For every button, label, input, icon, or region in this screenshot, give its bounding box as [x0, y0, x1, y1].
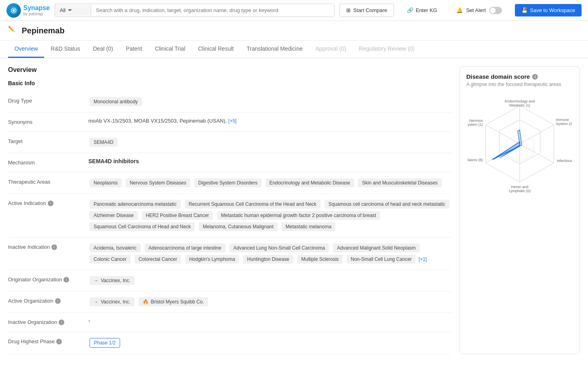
drug-phase-info-icon: i	[56, 339, 62, 344]
alert-toggle[interactable]	[489, 7, 502, 14]
tag-multiple-sclerosis: Multiple Sclerosis	[297, 255, 343, 264]
tab-regulatory[interactable]: Regulatory Review (0)	[353, 41, 421, 58]
active-org-row: Active Organization i → Vaccinex, Inc. 🔥…	[8, 291, 451, 313]
search-filter-dropdown[interactable]: All	[55, 5, 91, 16]
active-org-vaccinex-name: Vaccinex, Inc.	[101, 299, 131, 305]
inactive-indication-more[interactable]: [+1]	[419, 256, 427, 262]
workspace-icon: 💾	[521, 7, 528, 13]
synonyms-text: moAb VX-15/2503, MOAB VX15/2503, Pepinem…	[88, 118, 227, 124]
compare-button[interactable]: ⊞ Start Compare	[339, 4, 394, 17]
inactive-org-value: -	[88, 318, 451, 324]
disease-domain-card: Disease domain score i A glimpse into th…	[459, 66, 580, 354]
target-label: Target	[8, 137, 88, 144]
header: Synapse by patsnap All ⊞ Start Compare 🔗…	[0, 0, 588, 21]
target-row: Target SEMA4D	[8, 132, 451, 153]
active-indication-info-icon: i	[48, 201, 53, 206]
svg-point-1	[12, 9, 15, 12]
target-tag: SEMA4D	[90, 138, 117, 147]
drug-type-value: Monoclonal antibody	[88, 96, 451, 107]
tag-melanoma-cutaneous: Melanoma, Cutaneous Malignant	[199, 222, 278, 231]
header-actions: ⊞ Start Compare 🔗 Enter KG 🔔 Set Alert 💾…	[339, 4, 582, 17]
active-org-bms-icon: 🔥	[143, 299, 149, 305]
tab-rd-status[interactable]: R&D Status	[44, 41, 86, 58]
svg-text:Neoplasms (8): Neoplasms (8)	[468, 158, 483, 162]
search-input[interactable]	[91, 4, 335, 16]
tab-clinical-trial[interactable]: Clinical Trial	[149, 41, 192, 58]
synonyms-more[interactable]: [+5]	[229, 118, 237, 124]
search-container: All	[55, 4, 335, 17]
tag-nervous-system: Nervous System Diseases	[126, 178, 190, 187]
tab-clinical-result[interactable]: Clinical Result	[192, 41, 240, 58]
therapeutic-areas-row: Therapeutic Areas Neoplasms Nervous Syst…	[8, 172, 451, 194]
tag-squamous-head-neck: Squamous Cell Carcinoma of Head and Neck	[90, 222, 195, 231]
alert-icon: 🔔	[456, 7, 463, 13]
tab-deal[interactable]: Deal (0)	[87, 41, 120, 58]
tag-her2: HER2 Positive Breast Cancer	[142, 211, 213, 220]
svg-text:System (1): System (1)	[468, 123, 483, 127]
originator-org-value: → Vaccinex, Inc.	[88, 275, 451, 286]
inactive-indication-value: Acidemia, Isovaleric Adenocarcinoma of l…	[88, 242, 451, 265]
logo: Synapse by patsnap	[6, 3, 50, 18]
originator-org-name: Vaccinex, Inc.	[101, 278, 131, 283]
drug-phase-value: Phase 1/2	[88, 337, 451, 349]
workspace-label: Save to Workspace	[530, 7, 575, 13]
tab-translational[interactable]: Translational Medicine	[240, 41, 309, 58]
tag-squamous-metastatic: Squamous cell carcinoma of head and neck…	[325, 200, 449, 209]
kg-label: Enter KG	[416, 7, 437, 13]
svg-text:Metabolic (1): Metabolic (1)	[509, 103, 530, 107]
drug-icon: ✏️	[8, 26, 18, 35]
section-title: Overview	[8, 66, 451, 74]
mechanism-row: Mechanism SEMA4D inhibitors	[8, 153, 451, 172]
tag-metastatic-melanoma: Metastatic melanoma	[282, 222, 335, 231]
tag-neoplasms: Neoplasms	[90, 178, 122, 187]
disease-domain-title-text: Disease domain score	[466, 73, 530, 80]
tab-approval[interactable]: Approval (0)	[309, 41, 353, 58]
tag-digestive: Digestive System Disorders	[194, 178, 261, 187]
overview-panel: Overview Basic Info Drug Type Monoclonal…	[8, 66, 451, 354]
active-org-bms[interactable]: 🔥 Bristol Myers Squibb Co.	[139, 297, 208, 306]
active-org-label: Active Organization i	[8, 296, 88, 304]
synonyms-row: Synonyms moAb VX-15/2503, MOAB VX15/2503…	[8, 113, 451, 132]
tab-bar: Overview R&D Status Deal (0) Patent Clin…	[0, 41, 588, 58]
logo-icon	[6, 3, 21, 18]
set-alert-button[interactable]: 🔔 Set Alert	[450, 4, 508, 17]
save-workspace-button[interactable]: 💾 Save to Workspace	[515, 4, 582, 16]
inactive-indication-label: Inactive Indication i	[8, 242, 88, 250]
inactive-indication-info-icon: i	[51, 244, 57, 250]
tag-hodgkin: Hodgkin's Lymphoma	[185, 255, 239, 264]
main-content: Overview Basic Info Drug Type Monoclonal…	[0, 58, 588, 362]
synonyms-label: Synonyms	[8, 117, 88, 125]
alert-label: Set Alert	[466, 7, 486, 13]
tag-huntington: Huntington Disease	[243, 255, 293, 264]
active-org-vaccinex[interactable]: → Vaccinex, Inc.	[90, 297, 135, 306]
tab-overview[interactable]: Overview	[8, 41, 44, 58]
target-value: SEMA4D	[88, 137, 451, 148]
originator-org-vaccinex[interactable]: → Vaccinex, Inc.	[90, 276, 135, 285]
disease-domain-subtitle: A glimpse into the focused therapeutic a…	[466, 82, 573, 87]
inactive-org-info-icon: i	[59, 320, 64, 325]
tag-colorectal: Colorectal Cancer	[135, 255, 181, 264]
originator-org-label: Originator Organization i	[8, 275, 88, 283]
tag-skin: Skin and Musculoskeletal Diseases	[358, 178, 441, 187]
tag-advanced-malignant: Advanced Malignant Solid Neoplasm	[333, 244, 420, 252]
active-indication-row: Active Indication i Pancreatic adenocarc…	[8, 194, 451, 238]
active-org-vaccinex-icon: →	[94, 299, 98, 305]
mechanism-text: SEMA4D inhibitors	[88, 158, 139, 164]
tag-recurrent-squamous: Recurrent Squamous Cell Carcinoma of the…	[185, 200, 321, 209]
logo-synapse: Synapse	[23, 4, 50, 12]
active-indication-value: Pancreatic adenocarcinoma metastatic Rec…	[88, 199, 451, 232]
tab-patent[interactable]: Patent	[119, 41, 148, 58]
radar-svg: Endocrinology and Metabolic (1) Immune S…	[468, 94, 572, 198]
svg-text:Infectious (0): Infectious (0)	[557, 159, 572, 163]
enter-kg-button[interactable]: 🔗 Enter KG	[400, 4, 443, 16]
logo-text: Synapse by patsnap	[23, 4, 50, 16]
tag-metastatic-human: Metastatic human epidermal growth factor…	[217, 211, 380, 220]
mechanism-value: SEMA4D inhibitors	[88, 158, 451, 164]
inactive-org-label: Inactive Organization i	[8, 318, 88, 325]
tag-pancreatic: Pancreatic adenocarcinoma metastatic	[90, 200, 181, 209]
originator-org-row: Originator Organization i → Vaccinex, In…	[8, 270, 451, 291]
drug-title: Pepinemab	[22, 26, 65, 35]
synonyms-value: moAb VX-15/2503, MOAB VX15/2503, Pepinem…	[88, 117, 451, 124]
svg-text:Immune: Immune	[556, 118, 569, 122]
kg-icon: 🔗	[407, 7, 413, 13]
